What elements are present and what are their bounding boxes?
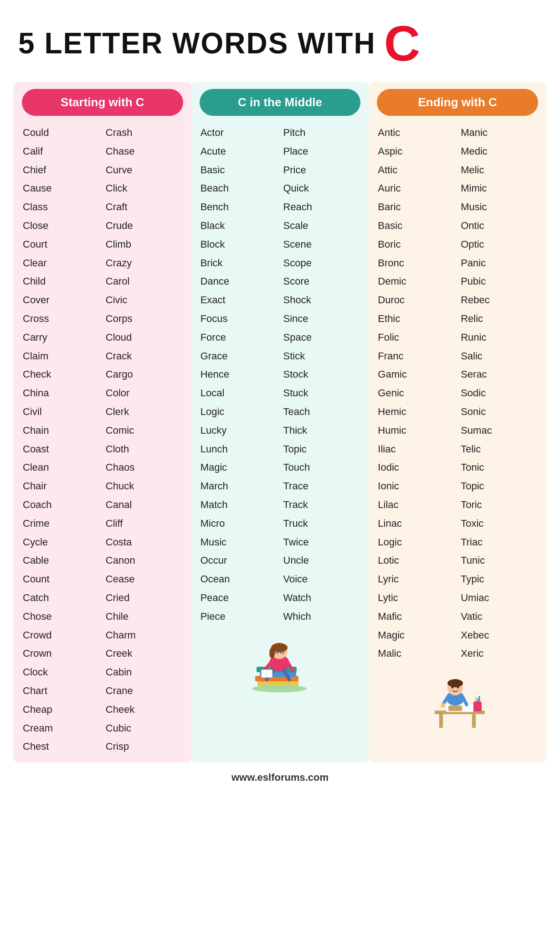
- list-item: Xeric: [460, 645, 538, 663]
- col-end-header: Ending with C: [377, 89, 538, 116]
- list-item: Block: [200, 236, 278, 254]
- column-middle: C in the Middle ActorPitchAcutePlaceBasi…: [191, 82, 369, 763]
- list-item: Place: [283, 143, 361, 161]
- list-item: Quick: [283, 180, 361, 197]
- list-item: Twice: [283, 534, 361, 551]
- list-item: Pitch: [283, 124, 361, 142]
- list-item: Lyric: [377, 571, 455, 588]
- list-item: Charm: [105, 627, 183, 644]
- list-item: Linac: [377, 515, 455, 533]
- list-item: Relic: [460, 310, 538, 328]
- list-item: Ethic: [377, 310, 455, 328]
- list-item: Crowd: [22, 627, 100, 644]
- list-item: Comic: [105, 422, 183, 440]
- list-item: Cover: [22, 291, 100, 309]
- list-item: Crash: [105, 124, 183, 142]
- list-item: Costa: [105, 534, 183, 551]
- column-end: Ending with C AnticManicAspicMedicAtticM…: [369, 82, 546, 763]
- writing-boy-illustration: [426, 667, 489, 736]
- list-item: Chain: [22, 422, 100, 440]
- list-item: Child: [22, 273, 100, 291]
- list-item: Melic: [460, 161, 538, 179]
- list-item: Aspic: [377, 143, 455, 161]
- list-item: Count: [22, 571, 100, 588]
- list-item: Clean: [22, 459, 100, 477]
- list-item: Cried: [105, 589, 183, 607]
- list-item: Piece: [200, 608, 278, 626]
- list-item: Music: [200, 534, 278, 551]
- list-item: Toxic: [460, 515, 538, 533]
- header-title: 5 LETTER WORDS WITH: [18, 26, 376, 60]
- list-item: Topic: [460, 477, 538, 495]
- list-item: Civil: [22, 403, 100, 421]
- list-item: Voice: [283, 571, 361, 588]
- list-item: Coach: [22, 496, 100, 514]
- list-item: Franc: [377, 348, 455, 365]
- list-item: Catch: [22, 589, 100, 607]
- svg-rect-20: [472, 714, 476, 728]
- list-item: Gamic: [377, 366, 455, 384]
- list-item: Chile: [105, 608, 183, 626]
- list-item: Scale: [283, 217, 361, 235]
- list-item: Scene: [283, 236, 361, 254]
- list-item: Score: [283, 273, 361, 291]
- list-item: Duroc: [377, 291, 455, 309]
- list-item: Reach: [283, 198, 361, 216]
- list-item: Crisp: [105, 738, 183, 756]
- list-item: Crude: [105, 217, 183, 235]
- list-item: Exact: [200, 291, 278, 309]
- list-item: Clear: [22, 254, 100, 272]
- svg-point-17: [252, 685, 307, 692]
- list-item: Corps: [105, 310, 183, 328]
- list-item: Dance: [200, 273, 278, 291]
- list-item: March: [200, 477, 278, 495]
- list-item: Peace: [200, 589, 278, 607]
- list-item: Cargo: [105, 366, 183, 384]
- column-start: Starting with C CouldCrashCalifChaseChie…: [14, 82, 191, 763]
- list-item: Attic: [377, 161, 455, 179]
- end-illustration: [377, 667, 538, 736]
- list-item: Rebec: [460, 291, 538, 309]
- list-item: Folic: [377, 329, 455, 347]
- list-item: Court: [22, 236, 100, 254]
- list-item: Iodic: [377, 459, 455, 477]
- list-item: Cream: [22, 720, 100, 737]
- list-item: Actor: [200, 124, 278, 142]
- list-item: Carol: [105, 273, 183, 291]
- col-middle-header: C in the Middle: [200, 89, 361, 116]
- list-item: Tunic: [460, 552, 538, 570]
- list-item: Teach: [283, 403, 361, 421]
- list-item: Logic: [377, 534, 455, 551]
- list-item: Cabin: [105, 664, 183, 681]
- list-item: Basic: [200, 161, 278, 179]
- list-item: Stuck: [283, 384, 361, 402]
- list-item: Click: [105, 180, 183, 197]
- list-item: Cheap: [22, 701, 100, 719]
- list-item: Focus: [200, 310, 278, 328]
- list-item: Color: [105, 384, 183, 402]
- list-item: Check: [22, 366, 100, 384]
- col-start-header: Starting with C: [22, 89, 183, 116]
- list-item: Vatic: [460, 608, 538, 626]
- list-item: Which: [283, 608, 361, 626]
- list-item: Force: [200, 329, 278, 347]
- list-item: Clerk: [105, 403, 183, 421]
- middle-illustration: [200, 630, 361, 699]
- list-item: Canon: [105, 552, 183, 570]
- list-item: Tonic: [460, 459, 538, 477]
- list-item: Track: [283, 496, 361, 514]
- list-item: Cause: [22, 180, 100, 197]
- list-item: Close: [22, 217, 100, 235]
- list-item: Ontic: [460, 217, 538, 235]
- list-item: Iliac: [377, 441, 455, 458]
- list-item: Space: [283, 329, 361, 347]
- list-item: Ocean: [200, 571, 278, 588]
- svg-point-30: [447, 679, 463, 687]
- list-item: Bench: [200, 198, 278, 216]
- list-item: Chose: [22, 608, 100, 626]
- list-item: Coast: [22, 441, 100, 458]
- list-item: Acute: [200, 143, 278, 161]
- list-item: Chaos: [105, 459, 183, 477]
- list-item: Price: [283, 161, 361, 179]
- list-item: Canal: [105, 496, 183, 514]
